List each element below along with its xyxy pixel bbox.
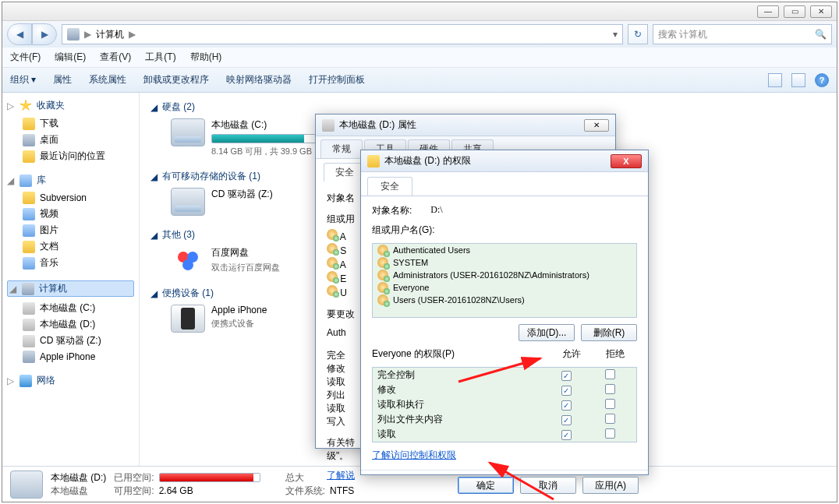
tab-security[interactable]: 安全 <box>324 163 366 182</box>
preview-pane-icon[interactable] <box>791 73 805 87</box>
drive-c-icon[interactable] <box>171 118 205 146</box>
menu-edit[interactable]: 编辑(E) <box>55 51 86 64</box>
status-drive-icon <box>10 471 43 499</box>
perm-close-button[interactable]: X <box>611 154 642 168</box>
prop-link[interactable]: 了解说 <box>327 470 355 481</box>
nav-music[interactable]: 音乐 <box>40 256 58 270</box>
remove-button[interactable]: 删除(R) <box>581 324 637 341</box>
user-icon <box>377 282 388 293</box>
fav-label[interactable]: 收藏夹 <box>37 99 65 112</box>
iphone-name[interactable]: Apple iPhone <box>211 305 267 315</box>
perm-help-link[interactable]: 了解访问控制和权限 <box>372 449 456 460</box>
nav-desktop[interactable]: 桌面 <box>40 133 58 146</box>
help-icon[interactable]: ? <box>815 73 829 87</box>
hdd-title: 硬盘 (2) <box>162 100 195 114</box>
allow-checkbox[interactable] <box>561 400 572 411</box>
max-button[interactable]: ▭ <box>784 5 805 18</box>
search-placeholder: 搜索 计算机 <box>658 28 707 41</box>
library-icon <box>19 174 32 187</box>
tb-right: ? <box>768 73 829 87</box>
forward-button[interactable]: ▶ <box>32 23 57 45</box>
svn-icon <box>23 192 35 204</box>
nav-pane: ▷收藏夹 下载 桌面 最近访问的位置 ◢库 Subversion 视频 图片 文… <box>2 93 140 466</box>
close-button[interactable]: ✕ <box>810 5 832 18</box>
deny-checkbox[interactable] <box>605 369 615 379</box>
user-row: Authenticated Users <box>373 244 636 256</box>
crumb-dropdown[interactable]: ▾ <box>613 29 618 40</box>
allow-checkbox[interactable] <box>561 371 572 381</box>
deny-checkbox[interactable] <box>605 399 615 409</box>
computer-icon <box>67 28 80 41</box>
refresh-button[interactable]: ↻ <box>628 24 648 44</box>
nav-picture[interactable]: 图片 <box>40 224 58 237</box>
allow-checkbox[interactable] <box>561 430 572 440</box>
nav-libraries: ◢库 Subversion 视频 图片 文档 音乐 <box>7 174 134 271</box>
nav-document[interactable]: 文档 <box>40 240 58 253</box>
nav-svn[interactable]: Subversion <box>40 192 87 203</box>
nav-downloads[interactable]: 下载 <box>40 117 58 130</box>
menu-view[interactable]: 查看(V) <box>100 51 131 64</box>
prop-titlebar[interactable]: 本地磁盘 (D:) 属性 ✕ <box>316 115 615 136</box>
document-icon <box>23 241 35 253</box>
perm-tab-security[interactable]: 安全 <box>367 177 412 196</box>
cd-drive-icon[interactable] <box>171 188 205 216</box>
iphone-icon[interactable] <box>171 305 205 333</box>
download-icon <box>23 118 35 130</box>
nav-iphone[interactable]: Apple iPhone <box>40 351 95 362</box>
perm-row: 完全控制 <box>373 368 636 382</box>
nav-drive-d[interactable]: 本地磁盘 (D:) <box>40 318 95 331</box>
toolbar: 组织 ▾ 属性 系统属性 卸载或更改程序 映射网络驱动器 打开控制面板 ? <box>2 68 837 93</box>
user-list[interactable]: Authenticated Users SYSTEM Administrator… <box>372 243 637 318</box>
nav-video[interactable]: 视频 <box>40 207 58 220</box>
allow-checkbox[interactable] <box>561 386 572 396</box>
allow-checkbox[interactable] <box>561 415 572 425</box>
perm-titlebar[interactable]: 本地磁盘 (D:) 的权限 X <box>361 150 648 172</box>
tb-control-panel[interactable]: 打开控制面板 <box>309 73 365 86</box>
menu-help[interactable]: 帮助(H) <box>190 51 222 64</box>
user-icon <box>327 229 338 240</box>
baidu-sub: 双击运行百度网盘 <box>211 262 280 273</box>
prop-close-button[interactable]: ✕ <box>584 119 609 132</box>
back-button[interactable]: ◀ <box>7 23 32 45</box>
nav-drive-c[interactable]: 本地磁盘 (C:) <box>40 301 95 315</box>
deny-checkbox[interactable] <box>605 428 615 439</box>
prop-title: 本地磁盘 (D:) 属性 <box>339 118 416 132</box>
crumb-computer[interactable]: 计算机 <box>96 28 124 41</box>
comp-label[interactable]: 计算机 <box>39 282 67 295</box>
deny-checkbox[interactable] <box>605 384 615 394</box>
deny-checkbox[interactable] <box>605 414 615 424</box>
tb-properties[interactable]: 属性 <box>53 73 72 86</box>
add-button[interactable]: 添加(D)... <box>519 324 575 341</box>
nav-network: ▷网络 <box>7 374 134 387</box>
net-label[interactable]: 网络 <box>37 374 55 387</box>
nav-recent[interactable]: 最近访问的位置 <box>40 150 105 163</box>
perm-title: 本地磁盘 (D:) 的权限 <box>384 154 471 167</box>
baidu-name[interactable]: 百度网盘 <box>211 246 280 259</box>
user-icon <box>327 285 338 296</box>
drive-c-bar <box>211 134 328 143</box>
tb-system-properties[interactable]: 系统属性 <box>89 73 126 86</box>
cancel-button[interactable]: 取消 <box>520 477 576 494</box>
lib-label[interactable]: 库 <box>37 174 46 187</box>
tab-general[interactable]: 常规 <box>320 139 363 158</box>
cd-name[interactable]: CD 驱动器 (Z:) <box>211 188 273 201</box>
frag: A <box>340 231 346 242</box>
user-row: SYSTEM <box>373 256 636 269</box>
nav-cd[interactable]: CD 驱动器 (Z:) <box>40 334 101 347</box>
baidu-icon[interactable] <box>171 246 205 274</box>
network-icon <box>19 375 32 387</box>
apply-button[interactable]: 应用(A) <box>582 477 639 494</box>
tb-uninstall[interactable]: 卸载或更改程序 <box>143 73 209 86</box>
tb-organize[interactable]: 组织 ▾ <box>10 73 36 86</box>
min-button[interactable]: — <box>757 5 779 18</box>
view-mode-icon[interactable] <box>768 73 782 87</box>
menu-file[interactable]: 文件(F) <box>10 51 41 64</box>
total-k: 总大 <box>285 471 304 485</box>
menu-tools[interactable]: 工具(T) <box>145 51 175 64</box>
address-bar[interactable]: ▶ 计算机 ▶ ▾ <box>62 24 623 44</box>
user-row: Everyone <box>373 281 636 294</box>
search-box[interactable]: 搜索 计算机 🔍 <box>653 24 832 44</box>
tb-map-drive[interactable]: 映射网络驱动器 <box>226 73 292 86</box>
drive-c-name[interactable]: 本地磁盘 (C:) <box>211 118 328 132</box>
ok-button[interactable]: 确定 <box>458 477 514 494</box>
